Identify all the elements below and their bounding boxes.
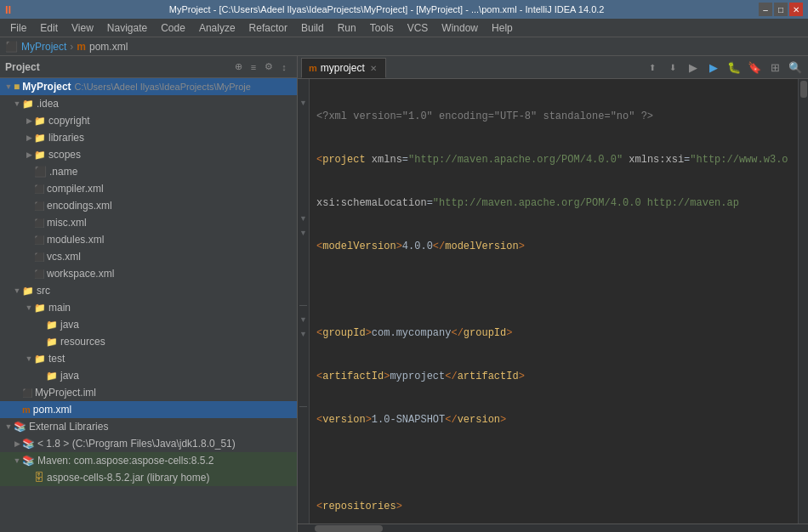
tree-item-main[interactable]: 📁 main (0, 299, 297, 316)
fold-gutter: ▼ ▼ ▼ — ▼ ▼ (298, 79, 310, 524)
tree-item-myproject-iml[interactable]: ⬛ MyProject.iml (0, 384, 297, 401)
tree-label-name: .name (49, 166, 77, 178)
tree-label-main: main (48, 302, 71, 314)
fold-mark[interactable] (298, 355, 309, 370)
fold-mark[interactable] (298, 341, 309, 355)
sort-icon[interactable]: ↕ (276, 59, 292, 75)
tree-item-java-main[interactable]: 📁 java (0, 316, 297, 333)
tree-item-jdk[interactable]: 📚 < 1.8 > (C:\Program Files\Java\jdk1.8.… (0, 435, 297, 452)
expand-all-icon[interactable]: ⊕ (230, 59, 246, 75)
tree-label-compiler: compiler.xml (47, 183, 104, 195)
menu-vcs[interactable]: VCS (401, 19, 435, 37)
fold-mark[interactable]: — (298, 297, 309, 312)
fold-mark[interactable] (298, 182, 309, 196)
fold-mark[interactable]: ▼ (298, 95, 309, 110)
menu-view[interactable]: View (65, 19, 100, 37)
fold-mark[interactable]: ▼ (298, 211, 309, 225)
fold-mark[interactable] (298, 283, 309, 297)
folder-icon-scopes: 📁 (34, 150, 46, 161)
fold-mark[interactable] (298, 153, 309, 167)
tree-label-workspace: workspace.xml (47, 268, 114, 280)
menu-code[interactable]: Code (154, 19, 192, 37)
tree-item-encodings[interactable]: ⬛ encodings.xml (0, 197, 297, 214)
bookmark-icon[interactable]: 🔖 (745, 58, 764, 76)
right-scrollbar[interactable] (798, 79, 808, 524)
fold-mark[interactable] (298, 110, 309, 124)
menu-run[interactable]: Run (331, 19, 363, 37)
tree-item-modules[interactable]: ⬛ modules.xml (0, 231, 297, 248)
title-bar: II MyProject - [C:\Users\Adeel Ilyas\Ide… (0, 0, 808, 19)
tree-item-java-test[interactable]: 📁 java (0, 367, 297, 384)
maximize-button[interactable]: □ (774, 3, 788, 16)
tree-item-maven-aspose[interactable]: 📚 Maven: com.aspose:aspose-cells:8.5.2 (0, 452, 297, 469)
tab-close-icon[interactable]: ✕ (368, 64, 378, 73)
code-line-6: <groupId>com.mycompany</groupId> (316, 326, 798, 341)
tree-item-aspose-jar[interactable]: 🗄 aspose-cells-8.5.2.jar (library home) (0, 469, 297, 486)
nav-project-icon: ⬛ (5, 41, 18, 53)
tree-item-scopes[interactable]: 📁 scopes (0, 146, 297, 163)
folder-icon-src: 📁 (22, 286, 34, 297)
fold-mark[interactable] (298, 139, 309, 153)
arrow-libraries (24, 133, 34, 142)
tree-item-misc[interactable]: ⬛ misc.xml (0, 214, 297, 231)
tree-item-libraries[interactable]: 📁 libraries (0, 129, 297, 146)
menu-refactor[interactable]: Refactor (242, 19, 294, 37)
search-icon[interactable]: 🔍 (786, 58, 805, 76)
tree-item-vcs[interactable]: ⬛ vcs.xml (0, 248, 297, 265)
scroll-down-icon[interactable]: ⬇ (663, 58, 682, 76)
code-line-10: <repositories> (316, 500, 798, 514)
fold-mark[interactable]: ▼ (298, 312, 309, 326)
fold-mark[interactable] (298, 254, 309, 269)
fold-mark[interactable]: — (298, 399, 309, 413)
menu-build[interactable]: Build (294, 19, 331, 37)
editor-tab-pom[interactable]: m myproject ✕ (301, 58, 386, 78)
tree-item-compiler[interactable]: ⬛ compiler.xml (0, 180, 297, 197)
menu-tools[interactable]: Tools (363, 19, 401, 37)
hscroll-thumb[interactable] (315, 525, 383, 532)
tree-item-idea[interactable]: 📁 .idea (0, 95, 297, 112)
fold-mark[interactable]: ▼ (298, 225, 309, 240)
menu-file[interactable]: File (3, 19, 33, 37)
fold-mark[interactable] (298, 81, 309, 95)
tree-item-test[interactable]: 📁 test (0, 350, 297, 367)
tab-label: myproject (321, 62, 365, 74)
file-icon-workspace: ⬛ (34, 269, 44, 279)
expand-icon[interactable]: ▶ (684, 58, 703, 76)
fold-mark[interactable] (298, 124, 309, 139)
debug-icon[interactable]: 🐛 (725, 58, 743, 76)
tree-item-pom[interactable]: m pom.xml (0, 401, 297, 418)
collapse-all-icon[interactable]: ≡ (246, 59, 261, 75)
fold-mark[interactable] (298, 167, 309, 182)
fold-mark[interactable] (298, 196, 309, 211)
menu-analyze[interactable]: Analyze (192, 19, 242, 37)
tree-item-workspace[interactable]: ⬛ workspace.xml (0, 265, 297, 282)
code-editor[interactable]: <?xml version="1.0" encoding="UTF-8" sta… (310, 79, 798, 524)
nav-file-label[interactable]: pom.xml (89, 41, 128, 53)
project-panel-label[interactable]: Project (5, 61, 230, 73)
fold-mark[interactable] (298, 240, 309, 254)
tree-item-src[interactable]: 📁 src (0, 282, 297, 299)
menu-edit[interactable]: Edit (33, 19, 65, 37)
run-icon[interactable]: ▶ (704, 58, 723, 76)
menu-help[interactable]: Help (485, 19, 520, 37)
tree-item-copyright[interactable]: 📁 copyright (0, 112, 297, 129)
tree-label-myproject: MyProject (22, 81, 71, 93)
tree-item-ext-libs[interactable]: 📚 External Libraries (0, 418, 297, 435)
fold-mark[interactable]: ▼ (298, 326, 309, 341)
nav-project-label[interactable]: MyProject (21, 41, 66, 53)
fold-mark[interactable] (298, 370, 309, 384)
scroll-up-icon[interactable]: ⬆ (643, 58, 662, 76)
menu-window[interactable]: Window (435, 19, 485, 37)
tree-item-myproject[interactable]: ■ MyProject C:\Users\Adeel Ilyas\IdeaPro… (0, 78, 297, 95)
fold-mark[interactable] (298, 269, 309, 283)
fold-mark[interactable] (298, 413, 309, 427)
settings-icon[interactable]: ⚙ (261, 59, 276, 75)
horizontal-scrollbar[interactable] (298, 524, 808, 532)
menu-navigate[interactable]: Navigate (100, 19, 154, 37)
tree-item-resources[interactable]: 📁 resources (0, 333, 297, 350)
tree-item-name[interactable]: ⬛ .name (0, 163, 297, 180)
structure-icon[interactable]: ⊞ (765, 58, 784, 76)
fold-mark[interactable] (298, 384, 309, 399)
close-button[interactable]: ✕ (789, 3, 803, 16)
minimize-button[interactable]: – (759, 3, 772, 16)
